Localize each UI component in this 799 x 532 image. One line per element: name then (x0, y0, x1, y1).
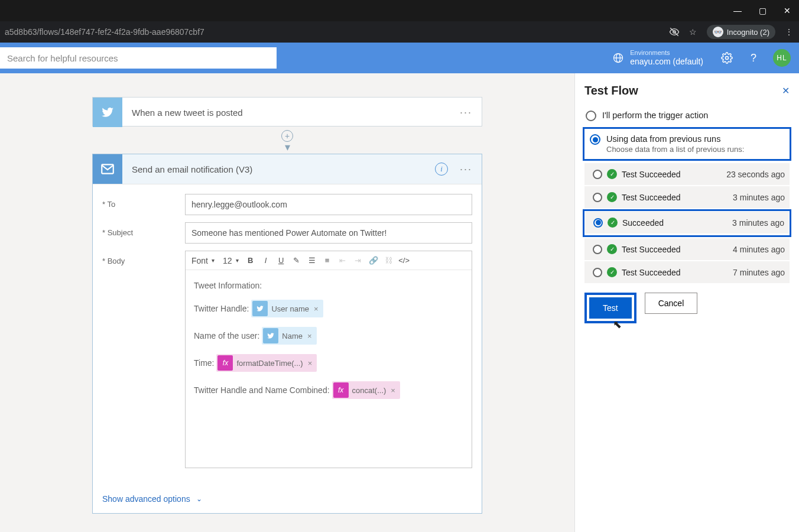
indent-icon[interactable]: ⇥ (351, 254, 365, 268)
flow-canvas[interactable]: When a new tweet is posted ··· + ▾ Send … (0, 73, 574, 532)
dynamic-token-username[interactable]: User name× (251, 300, 323, 317)
subject-input[interactable] (185, 222, 472, 244)
radio-icon (593, 268, 602, 277)
remove-token-icon[interactable]: × (307, 332, 312, 340)
chevron-down-icon: ⌄ (196, 495, 202, 503)
connector: + ▾ (281, 126, 293, 154)
radio-sublabel: Choose data from a list of previous runs… (606, 145, 744, 154)
svg-point-5 (725, 57, 728, 60)
highlight-test-button: Test (584, 293, 636, 323)
twitter-icon (252, 301, 268, 316)
fx-icon: fx (333, 382, 349, 398)
radio-icon (593, 245, 602, 254)
highlight-selected-run: ✓ Succeeded 3 minutes ago (583, 209, 791, 237)
italic-button[interactable]: I (259, 254, 273, 268)
code-view-icon[interactable]: </> (397, 254, 411, 268)
highlight-using-previous: Using data from previous runs Choose dat… (583, 127, 791, 161)
env-label: Environments (630, 49, 703, 57)
radio-icon (590, 134, 600, 145)
run-item[interactable]: ✓ Succeeded 3 minutes ago (585, 212, 789, 233)
dynamic-token-name[interactable]: Name× (262, 327, 316, 345)
remove-token-icon[interactable]: × (391, 386, 395, 395)
radio-icon (593, 170, 602, 179)
incognito-icon: 👓 (713, 27, 723, 37)
check-icon: ✓ (607, 267, 617, 277)
window-minimize-icon[interactable]: — (732, 6, 743, 15)
check-icon: ✓ (607, 169, 617, 179)
action-body: * To * Subject * Body Font ▾ 12 ▾ B I (93, 184, 482, 485)
link-icon[interactable]: 🔗 (366, 254, 381, 268)
run-item[interactable]: ✓ Test Succeeded 7 minutes ago (584, 261, 790, 283)
eye-off-icon[interactable] (669, 27, 680, 37)
app-header: Environments enayu.com (default) ? HL (0, 43, 799, 73)
action-title: Send an email notification (V3) (122, 164, 435, 174)
check-icon: ✓ (607, 244, 617, 254)
body-text: Tweet Information: (194, 281, 262, 290)
body-text: Time: (194, 358, 214, 368)
incognito-label: Incognito (2) (727, 28, 769, 37)
expression-token-concat[interactable]: fx concat(...)× (332, 381, 400, 399)
radio-previous-runs[interactable]: Using data from previous runs Choose dat… (585, 129, 789, 158)
editor-toolbar: Font ▾ 12 ▾ B I U ✎ ☰ ≡ ⇤ ⇥ 🔗 ⛓ (186, 251, 472, 270)
expression-token-time[interactable]: fx formatDateTime(...)× (216, 354, 317, 372)
info-icon[interactable]: i (435, 163, 448, 176)
kebab-menu-icon[interactable]: ⋮ (784, 27, 794, 37)
run-item[interactable]: ✓ Test Succeeded 3 minutes ago (584, 186, 790, 208)
card-menu-icon[interactable]: ··· (456, 163, 476, 176)
cancel-button[interactable]: Cancel (645, 293, 698, 314)
radio-label: Using data from previous runs (606, 134, 744, 144)
twitter-icon (93, 98, 122, 127)
globe-icon (612, 52, 624, 64)
browser-url-bar: a5d8b63/flows/148ef747-fef2-4f2a-9fdb-aa… (0, 21, 799, 43)
add-step-button[interactable]: + (281, 130, 293, 142)
run-item[interactable]: ✓ Test Succeeded 23 seconds ago (584, 163, 790, 185)
number-list-icon[interactable]: ≡ (320, 254, 334, 268)
body-text: Twitter Handle: (194, 304, 249, 313)
window-close-icon[interactable]: ✕ (781, 6, 793, 15)
body-label: * Body (102, 251, 185, 265)
env-value: enayu.com (default) (630, 57, 703, 67)
body-editor[interactable]: Font ▾ 12 ▾ B I U ✎ ☰ ≡ ⇤ ⇥ 🔗 ⛓ (185, 251, 472, 468)
radio-label: I'll perform the trigger action (602, 111, 708, 120)
star-icon[interactable]: ☆ (688, 27, 699, 37)
unlink-icon[interactable]: ⛓ (382, 254, 396, 268)
pen-icon[interactable]: ✎ (290, 254, 304, 268)
radio-manual-trigger[interactable]: I'll perform the trigger action (584, 106, 790, 126)
radio-icon (593, 218, 603, 228)
trigger-title: When a new tweet is posted (122, 108, 456, 118)
search-input[interactable] (0, 47, 277, 69)
user-avatar[interactable]: HL (773, 49, 791, 67)
radio-icon (593, 193, 602, 202)
incognito-badge[interactable]: 👓 Incognito (2) (707, 25, 775, 39)
panel-title: Test Flow (584, 84, 638, 98)
environment-picker[interactable]: Environments enayu.com (default) (612, 49, 703, 67)
body-text: Name of the user: (194, 331, 259, 340)
check-icon: ✓ (608, 218, 618, 228)
font-size-select[interactable]: 12 ▾ (219, 253, 242, 268)
dedent-icon[interactable]: ⇤ (336, 254, 350, 268)
window-titlebar: — ▢ ✕ (0, 0, 799, 21)
run-item[interactable]: ✓ Test Succeeded 4 minutes ago (584, 238, 790, 260)
underline-button[interactable]: U (274, 254, 288, 268)
to-label: * To (102, 194, 185, 209)
close-icon[interactable]: ✕ (782, 85, 790, 96)
show-advanced-options[interactable]: Show advanced options⌄ (93, 485, 482, 513)
trigger-card[interactable]: When a new tweet is posted ··· (92, 97, 482, 126)
test-button[interactable]: Test (589, 297, 632, 319)
window-maximize-icon[interactable]: ▢ (756, 6, 768, 15)
bullet-list-icon[interactable]: ☰ (305, 254, 319, 268)
url-text[interactable]: a5d8b63/flows/148ef747-fef2-4f2a-9fdb-aa… (5, 27, 669, 37)
help-icon[interactable]: ? (751, 52, 756, 64)
twitter-icon (263, 328, 278, 343)
body-text: Twitter Handle and Name Combined: (194, 385, 330, 395)
card-menu-icon[interactable]: ··· (456, 106, 476, 119)
bold-button[interactable]: B (243, 254, 258, 268)
font-family-select[interactable]: Font ▾ (188, 253, 218, 268)
run-list: ✓ Test Succeeded 23 seconds ago ✓ Test S… (584, 163, 790, 283)
to-input[interactable] (185, 194, 472, 215)
remove-token-icon[interactable]: × (314, 304, 319, 313)
settings-icon[interactable] (721, 52, 733, 64)
remove-token-icon[interactable]: × (308, 359, 313, 368)
fx-icon: fx (217, 355, 233, 371)
body-content[interactable]: Tweet Information: Twitter Handle: User … (186, 270, 472, 468)
